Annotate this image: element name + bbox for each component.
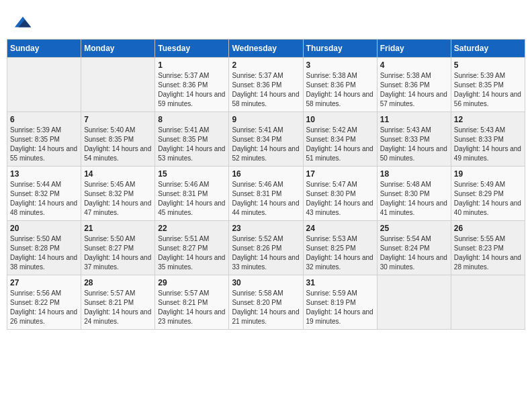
calendar-cell: [377, 275, 451, 330]
calendar-cell: 25Sunrise: 5:54 AMSunset: 8:24 PMDayligh…: [377, 221, 451, 275]
calendar-cell: 20Sunrise: 5:50 AMSunset: 8:28 PMDayligh…: [7, 221, 81, 275]
cell-content: Sunrise: 5:56 AMSunset: 8:22 PMDaylight:…: [10, 289, 78, 326]
cell-content: Sunrise: 5:39 AMSunset: 8:35 PMDaylight:…: [10, 126, 78, 163]
calendar-week-row: 20Sunrise: 5:50 AMSunset: 8:28 PMDayligh…: [7, 221, 525, 275]
day-number: 17: [306, 169, 374, 179]
day-number: 6: [10, 115, 78, 124]
calendar-cell: 15Sunrise: 5:46 AMSunset: 8:31 PMDayligh…: [155, 167, 229, 221]
calendar-cell: 6Sunrise: 5:39 AMSunset: 8:35 PMDaylight…: [7, 112, 81, 167]
calendar-cell: 11Sunrise: 5:43 AMSunset: 8:33 PMDayligh…: [377, 112, 451, 167]
cell-content: Sunrise: 5:38 AMSunset: 8:36 PMDaylight:…: [306, 71, 374, 109]
weekday-header-friday: Friday: [377, 40, 451, 58]
cell-content: Sunrise: 5:46 AMSunset: 8:31 PMDaylight:…: [232, 180, 300, 218]
cell-content: Sunrise: 5:50 AMSunset: 8:27 PMDaylight:…: [84, 234, 152, 272]
cell-content: Sunrise: 5:40 AMSunset: 8:35 PMDaylight:…: [84, 126, 152, 163]
cell-content: Sunrise: 5:57 AMSunset: 8:21 PMDaylight:…: [84, 289, 152, 326]
calendar-cell: 7Sunrise: 5:40 AMSunset: 8:35 PMDaylight…: [81, 112, 155, 167]
calendar-week-row: 6Sunrise: 5:39 AMSunset: 8:35 PMDaylight…: [7, 112, 525, 167]
cell-content: Sunrise: 5:46 AMSunset: 8:31 PMDaylight:…: [158, 180, 226, 218]
weekday-header-monday: Monday: [81, 40, 155, 58]
cell-content: Sunrise: 5:44 AMSunset: 8:32 PMDaylight:…: [10, 180, 78, 218]
calendar-cell: 8Sunrise: 5:41 AMSunset: 8:35 PMDaylight…: [155, 112, 229, 167]
calendar-cell: 10Sunrise: 5:42 AMSunset: 8:34 PMDayligh…: [303, 112, 377, 167]
day-number: 21: [84, 224, 152, 233]
cell-content: Sunrise: 5:55 AMSunset: 8:23 PMDaylight:…: [454, 234, 522, 272]
weekday-header-tuesday: Tuesday: [155, 40, 229, 58]
calendar-cell: 1Sunrise: 5:37 AMSunset: 8:36 PMDaylight…: [155, 58, 229, 112]
day-number: 3: [306, 60, 374, 70]
calendar-cell: 24Sunrise: 5:53 AMSunset: 8:25 PMDayligh…: [303, 221, 377, 275]
day-number: 26: [454, 224, 522, 233]
calendar-cell: [81, 58, 155, 112]
day-number: 12: [454, 115, 522, 124]
calendar-cell: 18Sunrise: 5:48 AMSunset: 8:30 PMDayligh…: [377, 167, 451, 221]
calendar-cell: 17Sunrise: 5:47 AMSunset: 8:30 PMDayligh…: [303, 167, 377, 221]
day-number: 2: [232, 60, 300, 70]
calendar-cell: 13Sunrise: 5:44 AMSunset: 8:32 PMDayligh…: [7, 167, 81, 221]
day-number: 5: [454, 60, 522, 70]
logo: [13, 13, 34, 32]
cell-content: Sunrise: 5:54 AMSunset: 8:24 PMDaylight:…: [380, 234, 448, 272]
page-header: [7, 7, 525, 36]
cell-content: Sunrise: 5:39 AMSunset: 8:35 PMDaylight:…: [454, 71, 522, 109]
weekday-header-wednesday: Wednesday: [229, 40, 303, 58]
day-number: 23: [232, 224, 300, 233]
cell-content: Sunrise: 5:49 AMSunset: 8:29 PMDaylight:…: [454, 180, 522, 218]
day-number: 14: [84, 169, 152, 179]
cell-content: Sunrise: 5:43 AMSunset: 8:33 PMDaylight:…: [454, 126, 522, 163]
calendar-cell: 14Sunrise: 5:45 AMSunset: 8:32 PMDayligh…: [81, 167, 155, 221]
calendar-week-row: 27Sunrise: 5:56 AMSunset: 8:22 PMDayligh…: [7, 275, 525, 330]
calendar-cell: 31Sunrise: 5:59 AMSunset: 8:19 PMDayligh…: [303, 275, 377, 330]
calendar-cell: 19Sunrise: 5:49 AMSunset: 8:29 PMDayligh…: [451, 167, 525, 221]
calendar-week-row: 13Sunrise: 5:44 AMSunset: 8:32 PMDayligh…: [7, 167, 525, 221]
day-number: 24: [306, 224, 374, 233]
calendar-cell: [7, 58, 81, 112]
day-number: 4: [380, 60, 448, 70]
day-number: 31: [306, 278, 374, 287]
day-number: 8: [158, 115, 226, 124]
cell-content: Sunrise: 5:45 AMSunset: 8:32 PMDaylight:…: [84, 180, 152, 218]
day-number: 19: [454, 169, 522, 179]
calendar-cell: 5Sunrise: 5:39 AMSunset: 8:35 PMDaylight…: [451, 58, 525, 112]
cell-content: Sunrise: 5:41 AMSunset: 8:34 PMDaylight:…: [232, 126, 300, 163]
day-number: 22: [158, 224, 226, 233]
weekday-header-saturday: Saturday: [451, 40, 525, 58]
day-number: 20: [10, 224, 78, 233]
day-number: 10: [306, 115, 374, 124]
calendar-cell: 23Sunrise: 5:52 AMSunset: 8:26 PMDayligh…: [229, 221, 303, 275]
calendar-cell: 26Sunrise: 5:55 AMSunset: 8:23 PMDayligh…: [451, 221, 525, 275]
day-number: 30: [232, 278, 300, 287]
cell-content: Sunrise: 5:50 AMSunset: 8:28 PMDaylight:…: [10, 234, 78, 272]
day-number: 27: [10, 278, 78, 287]
calendar-cell: [451, 275, 525, 330]
weekday-header-sunday: Sunday: [7, 40, 81, 58]
calendar-cell: 27Sunrise: 5:56 AMSunset: 8:22 PMDayligh…: [7, 275, 81, 330]
calendar-cell: 12Sunrise: 5:43 AMSunset: 8:33 PMDayligh…: [451, 112, 525, 167]
cell-content: Sunrise: 5:38 AMSunset: 8:36 PMDaylight:…: [380, 71, 448, 109]
calendar-cell: 22Sunrise: 5:51 AMSunset: 8:27 PMDayligh…: [155, 221, 229, 275]
logo-icon: [13, 13, 32, 32]
day-number: 25: [380, 224, 448, 233]
calendar-table: SundayMondayTuesdayWednesdayThursdayFrid…: [7, 39, 525, 330]
cell-content: Sunrise: 5:42 AMSunset: 8:34 PMDaylight:…: [306, 126, 374, 163]
calendar-week-row: 1Sunrise: 5:37 AMSunset: 8:36 PMDaylight…: [7, 58, 525, 112]
cell-content: Sunrise: 5:48 AMSunset: 8:30 PMDaylight:…: [380, 180, 448, 218]
day-number: 7: [84, 115, 152, 124]
cell-content: Sunrise: 5:53 AMSunset: 8:25 PMDaylight:…: [306, 234, 374, 272]
calendar-cell: 28Sunrise: 5:57 AMSunset: 8:21 PMDayligh…: [81, 275, 155, 330]
day-number: 13: [10, 169, 78, 179]
day-number: 16: [232, 169, 300, 179]
calendar-cell: 16Sunrise: 5:46 AMSunset: 8:31 PMDayligh…: [229, 167, 303, 221]
weekday-header-thursday: Thursday: [303, 40, 377, 58]
day-number: 11: [380, 115, 448, 124]
calendar-cell: 21Sunrise: 5:50 AMSunset: 8:27 PMDayligh…: [81, 221, 155, 275]
day-number: 29: [158, 278, 226, 287]
calendar-cell: 9Sunrise: 5:41 AMSunset: 8:34 PMDaylight…: [229, 112, 303, 167]
cell-content: Sunrise: 5:43 AMSunset: 8:33 PMDaylight:…: [380, 126, 448, 163]
day-number: 28: [84, 278, 152, 287]
day-number: 1: [158, 60, 226, 70]
cell-content: Sunrise: 5:59 AMSunset: 8:19 PMDaylight:…: [306, 289, 374, 326]
weekday-header-row: SundayMondayTuesdayWednesdayThursdayFrid…: [7, 40, 525, 58]
calendar-cell: 30Sunrise: 5:58 AMSunset: 8:20 PMDayligh…: [229, 275, 303, 330]
cell-content: Sunrise: 5:37 AMSunset: 8:36 PMDaylight:…: [232, 71, 300, 109]
